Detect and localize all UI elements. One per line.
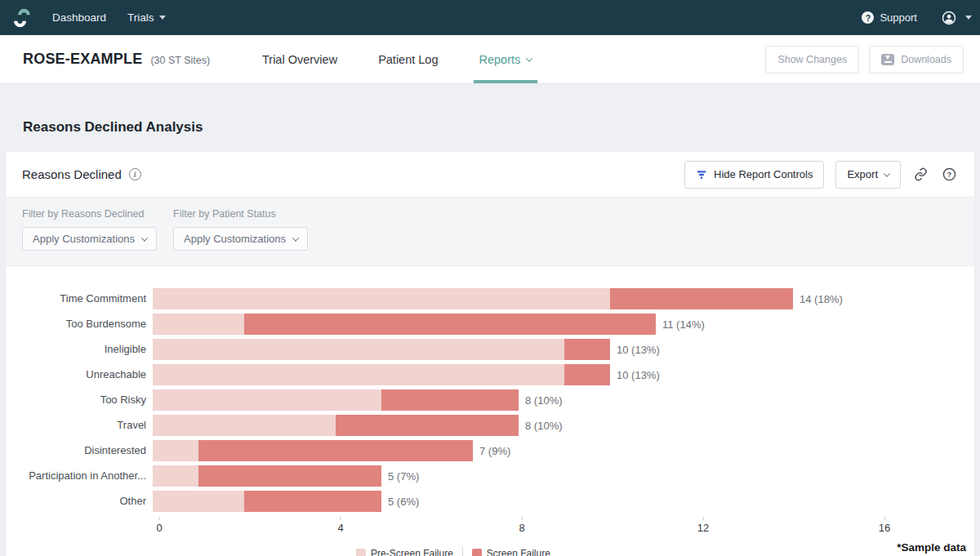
bar-segment-pre-screen-failure[interactable]	[153, 364, 564, 385]
patient-status-dropdown[interactable]: Apply Customizations	[173, 227, 308, 251]
category-label: Too Burdensome	[22, 318, 153, 330]
reasons-declined-chart: Time Commitment14 (18%)Too Burdensome11 …	[6, 266, 974, 556]
bar-segment-pre-screen-failure[interactable]	[153, 314, 244, 335]
user-menu[interactable]	[942, 11, 972, 25]
category-label: Time Commitment	[22, 292, 153, 305]
tab-label: Patient Log	[378, 53, 438, 66]
tick-mark	[158, 517, 159, 520]
bar-segment-screen-failure[interactable]	[564, 339, 610, 360]
help-circle-icon: ?	[862, 11, 874, 24]
bar-segment-pre-screen-failure[interactable]	[153, 440, 198, 461]
tick-mark	[521, 517, 522, 520]
x-axis-area: 0481216	[159, 517, 884, 536]
hide-report-controls-button[interactable]: Hide Report Controls	[684, 161, 824, 189]
help-button[interactable]: ?	[941, 166, 958, 183]
download-icon	[881, 54, 894, 65]
export-button[interactable]: Export	[835, 161, 901, 189]
nav-support[interactable]: ? Support	[862, 11, 917, 24]
bar-segment-pre-screen-failure[interactable]	[153, 288, 610, 309]
bar-segment-screen-failure[interactable]	[336, 415, 519, 436]
downloads-label: Downloads	[901, 54, 951, 65]
tab-reports[interactable]: Reports	[474, 35, 538, 83]
bar-segment-screen-failure[interactable]	[381, 389, 519, 411]
chevron-down-icon	[141, 234, 148, 241]
nav-dashboard-label: Dashboard	[52, 11, 106, 24]
downloads-button[interactable]: Downloads	[869, 46, 964, 73]
legend-item-screen-failure[interactable]: Screen Failure	[472, 548, 550, 556]
x-axis: 0481216	[22, 517, 884, 536]
bar-track: 7 (9%)	[153, 440, 884, 461]
trial-tabs: Trial Overview Patient Log Reports	[256, 35, 537, 83]
bar-segment-pre-screen-failure[interactable]	[153, 465, 198, 487]
reasons-declined-dropdown[interactable]: Apply Customizations	[22, 227, 157, 251]
chart-row: Disinterested7 (9%)	[22, 438, 884, 463]
bar-track: 5 (7%)	[153, 465, 884, 487]
category-label: Participation in Another...	[22, 469, 153, 482]
report-controls-bar: Filter by Reasons Declined Apply Customi…	[6, 197, 974, 266]
x-axis-tick: 0	[156, 517, 162, 534]
tick-mark	[703, 517, 704, 520]
tick-mark	[340, 517, 341, 520]
x-axis-tick: 16	[879, 517, 890, 534]
bar-segment-screen-failure[interactable]	[198, 440, 473, 461]
nav-trials-label: Trials	[127, 11, 154, 24]
chevron-down-icon	[884, 170, 890, 176]
top-navbar: Dashboard Trials ? Support	[0, 0, 980, 35]
svg-text:?: ?	[947, 171, 951, 179]
nav-dashboard[interactable]: Dashboard	[52, 11, 106, 24]
caret-down-icon	[159, 16, 166, 20]
category-label: Too Risky	[22, 394, 153, 406]
chart-rows: Time Commitment14 (18%)Too Burdensome11 …	[22, 286, 884, 514]
tab-label: Reports	[479, 53, 521, 66]
tick-mark	[884, 517, 885, 520]
bar-value-label: 11 (14%)	[662, 318, 705, 330]
bar-segment-screen-failure[interactable]	[198, 465, 381, 487]
trial-title-block: ROSE-EXAMPLE (30 ST Sites)	[23, 51, 234, 68]
nav-trials[interactable]: Trials	[127, 11, 166, 24]
bar-track: 11 (14%)	[153, 314, 884, 335]
filter-label: Filter by Patient Status	[173, 208, 308, 220]
show-changes-button[interactable]: Show Changes	[765, 46, 859, 73]
bar-segment-screen-failure[interactable]	[610, 288, 793, 309]
legend-item-pre-screen-failure[interactable]: Pre-Screen Failure	[356, 548, 453, 556]
copy-link-button[interactable]	[912, 166, 929, 183]
dropdown-value: Apply Customizations	[184, 233, 286, 245]
bar-segment-screen-failure[interactable]	[244, 314, 656, 335]
info-icon[interactable]: i	[129, 168, 141, 180]
bar-segment-pre-screen-failure[interactable]	[153, 339, 564, 360]
chart-row: Travel8 (10%)	[22, 412, 884, 438]
tick-label: 8	[519, 522, 524, 534]
chart-row: Too Burdensome11 (14%)	[22, 311, 884, 336]
bar-value-label: 5 (7%)	[388, 469, 419, 482]
bar-track: 14 (18%)	[153, 288, 884, 309]
nav-support-label: Support	[880, 11, 917, 24]
show-changes-label: Show Changes	[777, 54, 847, 65]
bar-segment-pre-screen-failure[interactable]	[153, 415, 336, 436]
dropdown-value: Apply Customizations	[33, 233, 135, 245]
chart-row: Too Risky8 (10%)	[22, 387, 884, 412]
bar-value-label: 5 (6%)	[388, 495, 419, 507]
legend-swatch	[472, 549, 482, 556]
category-label: Unreachable	[22, 368, 153, 380]
tick-label: 4	[337, 522, 343, 534]
tab-patient-log[interactable]: Patient Log	[372, 35, 443, 83]
app-logo-icon[interactable]	[10, 6, 34, 30]
export-label: Export	[847, 168, 878, 180]
trial-sites-count: (30 ST Sites)	[150, 55, 210, 66]
bar-segment-screen-failure[interactable]	[244, 491, 381, 512]
tab-label: Trial Overview	[262, 53, 337, 66]
filter-reasons-declined: Filter by Reasons Declined Apply Customi…	[22, 208, 157, 251]
trial-name: ROSE-EXAMPLE	[23, 51, 142, 68]
bar-value-label: 8 (10%)	[525, 419, 563, 431]
chart-row: Time Commitment14 (18%)	[22, 286, 884, 311]
question-circle-icon: ?	[942, 167, 956, 181]
bar-segment-pre-screen-failure[interactable]	[153, 491, 244, 512]
chart-row: Participation in Another...5 (7%)	[22, 463, 884, 488]
chart-row: Other5 (6%)	[22, 488, 884, 514]
hide-report-controls-label: Hide Report Controls	[714, 168, 813, 180]
tab-trial-overview[interactable]: Trial Overview	[256, 35, 343, 83]
bar-segment-screen-failure[interactable]	[564, 364, 610, 385]
page-title: Reasons Declined Analysis	[23, 119, 980, 136]
bar-segment-pre-screen-failure[interactable]	[153, 389, 381, 411]
filter-patient-status: Filter by Patient Status Apply Customiza…	[173, 208, 308, 251]
